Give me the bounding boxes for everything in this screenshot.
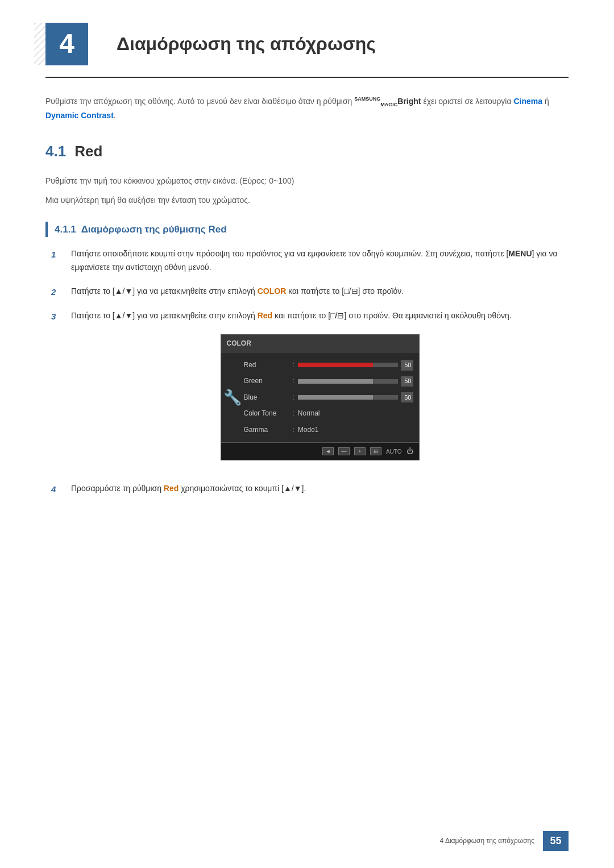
- osd-screenshot-container: COLOR 🔧 Red :: [71, 334, 569, 461]
- osd-value-gamma: Mode1: [298, 424, 413, 435]
- chapter-number: 4: [59, 22, 74, 66]
- osd-auto-label: AUTO: [386, 447, 402, 456]
- osd-value-red: 50: [298, 360, 413, 371]
- osd-body: 🔧 Red :: [221, 352, 419, 442]
- red-keyword: Red: [258, 311, 272, 320]
- step-4: 4 Προσαρμόστε τη ρύθμιση Red χρησιμοποιώ…: [51, 482, 569, 496]
- bright-label: Bright: [397, 97, 421, 106]
- magic-label: MAGIC: [380, 102, 397, 107]
- section-4-1-desc1: Ρυθμίστε την τιμή του κόκκινου χρώματος …: [45, 175, 569, 188]
- step-4-number: 4: [51, 483, 65, 496]
- subsection-title-4-1-1: 4.1.1 Διαμόρφωση της ρύθμισης Red: [55, 224, 227, 235]
- osd-settings-icon: 🔧: [223, 385, 242, 410]
- osd-row-red: Red : 50: [244, 357, 413, 373]
- chapter-number-box: 4: [45, 23, 88, 65]
- osd-text-color-tone: Normal: [298, 408, 320, 419]
- osd-header-label: COLOR: [227, 339, 251, 347]
- osd-bar-red-fill: [298, 363, 373, 367]
- osd-btn-minus: —: [338, 447, 350, 455]
- step-4-text: Προσαρμόστε τη ρύθμιση Red χρησιμοποιώντ…: [71, 482, 569, 496]
- osd-row-green: Green : 50: [244, 373, 413, 389]
- osd-text-gamma: Mode1: [298, 424, 319, 435]
- osd-bar-blue-container: [298, 395, 398, 400]
- color-keyword: COLOR: [258, 286, 287, 296]
- diagonal-decoration: [34, 23, 45, 65]
- samsung-label: SAMSUNG: [354, 96, 380, 102]
- osd-label-red: Red: [244, 359, 289, 371]
- footer-page-number: 55: [543, 831, 569, 851]
- step-3: 3 Πατήστε το [▲/▼] για να μετακινηθείτε …: [51, 309, 569, 472]
- chapter-title: Διαμόρφωση της απόχρωσης: [117, 30, 376, 59]
- osd-row-blue: Blue : 50: [244, 389, 413, 405]
- osd-bar-red-container: [298, 363, 398, 367]
- osd-btn-enter: ⊟: [370, 447, 381, 455]
- osd-bar-green-fill: [298, 379, 373, 384]
- page-wrapper: 4 Διαμόρφωση της απόχρωσης Ρυθμίστε την …: [0, 0, 614, 868]
- osd-value-blue: 50: [298, 392, 413, 403]
- osd-row-color-tone: Color Tone : Normal: [244, 405, 413, 421]
- step-1: 1 Πατήστε οποιοδήποτε κουμπί στην πρόσοψ…: [51, 247, 569, 275]
- osd-label-green: Green: [244, 375, 289, 387]
- intro-end: .: [114, 111, 116, 120]
- step-2-number: 2: [51, 285, 65, 299]
- osd-footer: ◄ — + ⊟ AUTO ⏻: [221, 442, 419, 460]
- cinema-label: Cinema: [513, 97, 542, 106]
- page-footer: 4 Διαμόρφωση της απόχρωσης 55: [440, 831, 569, 851]
- menu-keyword: MENU: [508, 249, 532, 258]
- osd-num-red: 50: [401, 360, 413, 371]
- osd-value-green: 50: [298, 376, 413, 387]
- steps-list: 1 Πατήστε οποιοδήποτε κουμπί στην πρόσοψ…: [51, 247, 569, 496]
- intro-or: ή: [542, 97, 549, 106]
- step-3-text: Πατήστε το [▲/▼] για να μετακινηθείτε στ…: [71, 309, 569, 472]
- section-4-1-body: Ρυθμίστε την τιμή του κόκκινου χρώματος …: [45, 175, 569, 496]
- osd-header: COLOR: [221, 335, 419, 352]
- footer-chapter-label: 4 Διαμόρφωση της απόχρωσης: [440, 836, 534, 846]
- osd-bar-green-container: [298, 379, 398, 384]
- osd-num-blue: 50: [401, 392, 413, 403]
- red-keyword-step4: Red: [164, 484, 179, 493]
- osd-label-color-tone: Color Tone: [244, 408, 289, 419]
- osd-row-gamma: Gamma : Mode1: [244, 422, 413, 438]
- osd-box: COLOR 🔧 Red :: [221, 334, 420, 461]
- chapter-number-wrapper: 4: [45, 23, 102, 65]
- osd-rows: Red : 50: [244, 357, 419, 438]
- chapter-header: 4 Διαμόρφωση της απόχρωσης: [45, 23, 569, 78]
- osd-btn-plus: +: [354, 447, 366, 455]
- step-1-text: Πατήστε οποιοδήποτε κουμπί στην πρόσοψη …: [71, 247, 569, 275]
- intro-text-2: έχει οριστεί σε λειτουργία: [421, 97, 514, 106]
- step-3-number: 3: [51, 310, 65, 323]
- step-1-number: 1: [51, 248, 65, 261]
- osd-bar-blue-fill: [298, 395, 373, 400]
- section-4-1-desc2: Μια υψηλότερη τιμή θα αυξήσει την ένταση…: [45, 194, 569, 207]
- section-title-4-1: Red: [74, 140, 102, 164]
- subsection-4-1-1-header: 4.1.1 Διαμόρφωση της ρύθμισης Red: [45, 222, 569, 237]
- osd-power-icon: ⏻: [406, 446, 413, 457]
- osd-btn-left: ◄: [322, 447, 334, 455]
- osd-value-color-tone: Normal: [298, 408, 413, 419]
- osd-label-blue: Blue: [244, 392, 289, 403]
- chapter-intro: Ρυθμίστε την απόχρωση της οθόνης. Αυτό τ…: [45, 95, 569, 123]
- dynamic-contrast-label: Dynamic Contrast: [45, 111, 114, 120]
- intro-text-1: Ρυθμίστε την απόχρωση της οθόνης. Αυτό τ…: [45, 97, 354, 106]
- section-number-4-1: 4.1: [45, 140, 66, 164]
- osd-icon-col: 🔧: [221, 357, 244, 438]
- step-2-text: Πατήστε το [▲/▼] για να μετακινηθείτε στ…: [71, 285, 569, 298]
- osd-num-green: 50: [401, 376, 413, 387]
- section-4-1-header: 4.1 Red: [45, 140, 569, 164]
- osd-label-gamma: Gamma: [244, 424, 289, 435]
- step-2: 2 Πατήστε το [▲/▼] για να μετακινηθείτε …: [51, 285, 569, 299]
